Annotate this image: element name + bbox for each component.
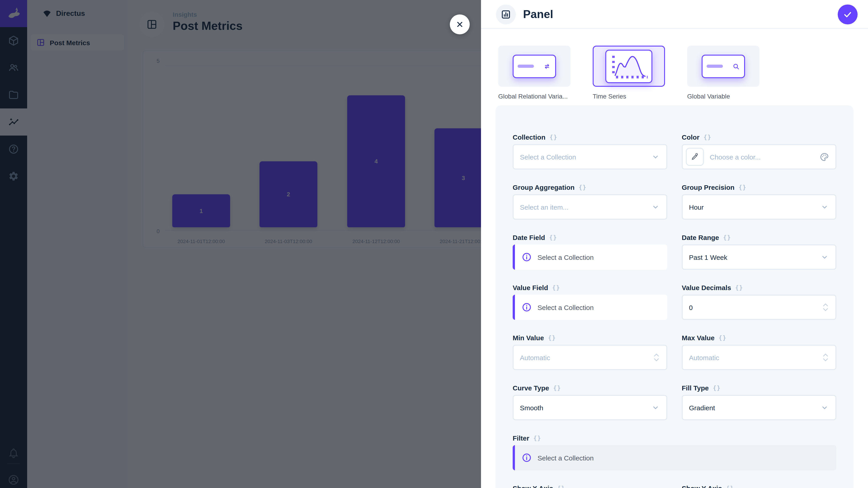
value-field-notice: Select a Collection [513, 295, 667, 320]
search-icon [732, 62, 740, 70]
field-label: Value Field [513, 284, 548, 291]
field-label: Max Value [682, 334, 715, 341]
raw-value-icon[interactable]: {} [553, 384, 561, 391]
group-aggregation-select[interactable]: Select an item... [513, 194, 667, 220]
raw-value-icon[interactable]: {} [735, 284, 743, 291]
filter-notice: Select a Collection [513, 445, 836, 470]
raw-value-icon[interactable]: {} [719, 334, 726, 341]
close-icon [455, 20, 465, 29]
type-card-global-relational-variable[interactable]: Global Relational Varia... [498, 46, 570, 100]
field-value-field: Value Field{} Select a Collection [513, 283, 667, 320]
panel-drawer: Panel Global Relational Varia... [481, 0, 868, 488]
chevron-down-icon [651, 202, 660, 212]
chevron-down-icon [651, 403, 660, 412]
raw-value-icon[interactable]: {} [713, 384, 721, 391]
drawer-header: Panel [481, 0, 868, 29]
field-date-field: Date Field{} Select a Collection [513, 233, 667, 270]
field-collection: Collection{} Select a Collection [513, 132, 667, 169]
number-stepper[interactable] [653, 353, 660, 362]
panel-options-form: Collection{} Select a Collection Color{}… [495, 105, 854, 488]
collection-select[interactable]: Select a Collection [513, 144, 667, 169]
panel-icon-circle [496, 4, 516, 24]
field-color: Color{} Choose a color... [682, 132, 836, 169]
directus-app: Insights Post Metrics 5 0 12024-11-01T12… [0, 0, 868, 488]
raw-value-icon[interactable]: {} [549, 234, 557, 240]
field-filter: Filter{} Select a Collection [513, 433, 836, 470]
raw-value-icon[interactable]: {} [533, 434, 541, 441]
time-series-glyph [605, 50, 652, 83]
field-group-aggregation: Group Aggregation{} Select an item... [513, 183, 667, 220]
relational-variable-glyph [513, 55, 556, 78]
max-value-input[interactable]: Automatic [682, 345, 836, 370]
global-variable-glyph [702, 55, 745, 78]
chevron-down-icon [820, 403, 829, 412]
field-value-decimals: Value Decimals{} 0 [682, 283, 836, 320]
swap-arrows-icon [543, 62, 551, 70]
field-group-precision: Group Precision{} Hour [682, 183, 836, 220]
date-range-select[interactable]: Past 1 Week [682, 245, 836, 270]
raw-value-icon[interactable]: {} [557, 485, 565, 488]
raw-value-icon[interactable]: {} [723, 234, 731, 240]
curve-type-select[interactable]: Smooth [513, 395, 667, 420]
save-button[interactable] [838, 4, 858, 24]
field-label: Min Value [513, 334, 544, 341]
raw-value-icon[interactable]: {} [739, 184, 746, 191]
field-label: Group Aggregation [513, 183, 575, 191]
insert-chart-icon [500, 9, 511, 20]
drawer-title: Panel [523, 8, 553, 21]
type-card-label: Time Series [593, 93, 665, 100]
eyedropper-icon [690, 152, 700, 161]
raw-value-icon[interactable]: {} [704, 133, 711, 140]
chevron-up-icon [822, 353, 829, 357]
field-max-value: Max Value{} Automatic [682, 333, 836, 370]
field-fill-type: Fill Type{} Gradient [682, 383, 836, 420]
field-show-x-axis: Show X Axis{} [513, 484, 667, 488]
field-label: Group Precision [682, 183, 735, 191]
field-label: Show X Axis [513, 484, 553, 488]
field-date-range: Date Range{} Past 1 Week [682, 233, 836, 270]
field-show-y-axis: Show Y Axis{} [682, 484, 836, 488]
type-card-global-variable[interactable]: Global Variable [687, 46, 760, 100]
chevron-down-icon [820, 253, 829, 262]
palette-icon [819, 152, 829, 162]
field-label: Color [682, 133, 700, 141]
group-precision-select[interactable]: Hour [682, 194, 836, 220]
number-stepper[interactable] [822, 353, 829, 362]
eyedropper-button[interactable] [686, 148, 704, 166]
drawer-overlay[interactable] [0, 0, 481, 488]
raw-value-icon[interactable]: {} [552, 284, 560, 291]
field-label: Collection [513, 133, 546, 141]
field-label: Date Range [682, 233, 719, 241]
chevron-down-icon [820, 202, 829, 212]
raw-value-icon[interactable]: {} [726, 485, 734, 488]
field-min-value: Min Value{} Automatic [513, 333, 667, 370]
field-label: Filter [513, 434, 529, 442]
chevron-down-icon [822, 358, 829, 362]
chevron-up-icon [822, 303, 829, 307]
chevron-up-icon [653, 353, 660, 357]
type-card-label: Global Variable [687, 93, 760, 100]
color-input[interactable]: Choose a color... [682, 144, 836, 169]
min-value-input[interactable]: Automatic [513, 345, 667, 370]
raw-value-icon[interactable]: {} [548, 334, 556, 341]
value-decimals-input[interactable]: 0 [682, 295, 836, 320]
fill-type-select[interactable]: Gradient [682, 395, 836, 420]
chevron-down-icon [822, 308, 829, 312]
chevron-down-icon [653, 358, 660, 362]
info-icon [522, 453, 532, 463]
check-icon [843, 9, 852, 20]
close-drawer-button[interactable] [450, 14, 470, 34]
panel-type-cards: Global Relational Varia... Time Series [498, 46, 760, 100]
type-card-time-series[interactable]: Time Series [593, 46, 665, 100]
field-label: Value Decimals [682, 284, 731, 291]
info-icon [522, 302, 532, 312]
raw-value-icon[interactable]: {} [550, 133, 557, 140]
info-icon [522, 252, 532, 262]
date-field-notice: Select a Collection [513, 245, 667, 270]
field-label: Curve Type [513, 384, 549, 392]
field-label: Show Y Axis [682, 484, 722, 488]
raw-value-icon[interactable]: {} [579, 184, 587, 191]
chevron-down-icon [651, 152, 660, 161]
number-stepper[interactable] [822, 303, 829, 312]
field-label: Date Field [513, 233, 545, 241]
